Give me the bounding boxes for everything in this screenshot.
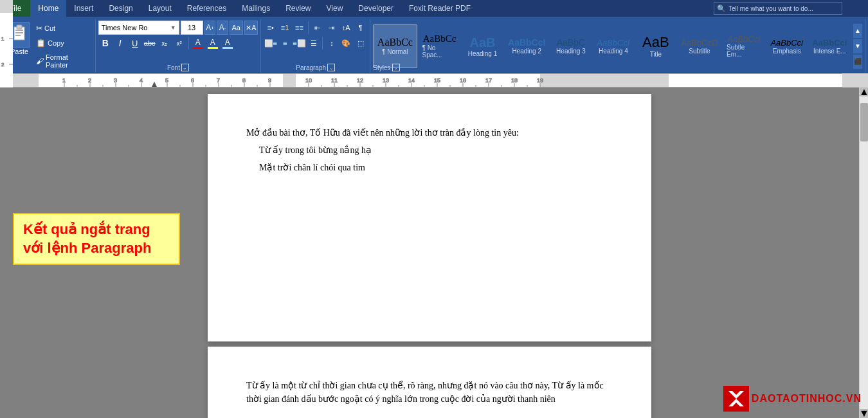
- styles-expand-btn[interactable]: ⬛: [853, 55, 862, 69]
- line-spacing-button[interactable]: ↕: [325, 36, 338, 50]
- format-painter-button[interactable]: 🖌 Format Painter: [35, 53, 91, 69]
- borders-button[interactable]: ⬚: [354, 36, 367, 50]
- svg-text:18: 18: [511, 77, 518, 84]
- font-name-row: Times New Ro ▼ 13 A+ A- Aa ✕A: [98, 21, 258, 35]
- ribbon-content: Paste ✂ Cut 📋 Copy 🖌 Format Painter Clip…: [0, 17, 868, 73]
- tab-references[interactable]: References: [179, 0, 234, 17]
- change-case-button[interactable]: Aa: [230, 21, 243, 35]
- font-name-dropdown-icon[interactable]: ▼: [170, 24, 176, 31]
- tab-mailings[interactable]: Mailings: [234, 0, 278, 17]
- style-heading3-preview: AaBbC: [557, 37, 585, 48]
- copy-button[interactable]: 📋 Copy: [35, 38, 91, 48]
- tab-foxit[interactable]: Foxit Reader PDF: [401, 0, 478, 17]
- bullets-button[interactable]: ≡•: [264, 21, 277, 35]
- styles-expand[interactable]: ⌄: [392, 64, 400, 71]
- justify-button[interactable]: ☰: [307, 36, 320, 50]
- scroll-up-button[interactable]: ▲: [860, 87, 868, 96]
- style-heading2-preview: AaBbCcI: [508, 37, 545, 48]
- style-emphasis[interactable]: AaBbCci Emphasis: [766, 24, 808, 68]
- svg-text:11: 11: [331, 77, 338, 84]
- underline-button[interactable]: U: [128, 36, 142, 50]
- font-size-decrease[interactable]: A-: [217, 21, 228, 35]
- logo-area: DAOTAOTINHOC.VN: [723, 386, 859, 412]
- style-title[interactable]: AaB Title: [635, 24, 676, 68]
- scrollbar-vertical[interactable]: ▲ ▼: [859, 87, 868, 418]
- copy-label: Copy: [48, 39, 64, 47]
- increase-indent-button[interactable]: ⇥: [325, 21, 338, 35]
- scroll-thumb[interactable]: [860, 103, 868, 141]
- shading-button[interactable]: A: [221, 36, 235, 50]
- text-color-button[interactable]: A: [191, 36, 205, 50]
- ruler-right: [842, 73, 868, 87]
- svg-text:10: 10: [305, 77, 312, 84]
- align-row: ⬜≡ ≡ ≡⬜ ☰ ↕ 🎨 ⬚: [264, 36, 367, 50]
- superscript-button[interactable]: x²: [172, 36, 186, 50]
- align-center-button[interactable]: ≡: [278, 36, 291, 50]
- tab-view[interactable]: View: [319, 0, 351, 17]
- italic-button[interactable]: I: [113, 36, 127, 50]
- strikethrough-button[interactable]: abc: [143, 36, 157, 50]
- cut-button[interactable]: ✂ Cut: [35, 23, 91, 33]
- style-heading3[interactable]: AaBbC Heading 3: [550, 24, 592, 68]
- svg-text:1: 1: [62, 77, 66, 84]
- svg-text:2: 2: [88, 77, 91, 84]
- svg-text:5: 5: [165, 77, 168, 84]
- font-name-selector[interactable]: Times New Ro ▼: [98, 21, 179, 35]
- paragraph-group: ≡• ≡1 ≡≡ ⇤ ⇥ ↕A ¶ ⬜≡ ≡ ≡⬜ ☰ ↕ 🎨 ⬚ Paragr…: [261, 19, 370, 73]
- style-heading4[interactable]: AaBbCcI Heading 4: [593, 24, 634, 68]
- style-heading1[interactable]: AaB Heading 1: [462, 24, 503, 68]
- logo-icon: [723, 386, 749, 412]
- svg-rect-4: [15, 35, 21, 36]
- numbering-button[interactable]: ≡1: [278, 21, 291, 35]
- cut-icon: ✂: [36, 24, 42, 33]
- font-expand[interactable]: ⌄: [181, 64, 189, 71]
- style-subtitle[interactable]: AaBbCcD Subtitle: [678, 24, 721, 68]
- bold-button[interactable]: B: [98, 36, 113, 50]
- style-intense-e-preview: AaBbCci: [812, 38, 847, 48]
- tab-review[interactable]: Review: [278, 0, 318, 17]
- style-no-spacing[interactable]: AaBbCc ¶ No Spac...: [419, 24, 461, 68]
- svg-text:6: 6: [191, 77, 194, 84]
- style-subtle-em[interactable]: AaBbCci Subtle Em...: [723, 24, 765, 68]
- decrease-indent-button[interactable]: ⇤: [311, 21, 324, 35]
- svg-text:13: 13: [383, 77, 389, 84]
- svg-text:4: 4: [140, 77, 143, 84]
- style-heading2-label: Heading 2: [512, 48, 541, 55]
- style-heading1-preview: AaB: [469, 35, 495, 50]
- style-title-preview: AaB: [642, 34, 669, 51]
- tab-home[interactable]: Home: [30, 0, 66, 17]
- style-subtitle-preview: AaBbCcD: [681, 38, 718, 48]
- font-size-increase[interactable]: A+: [204, 21, 215, 35]
- style-title-label: Title: [650, 51, 662, 58]
- copy-icon: 📋: [36, 39, 46, 48]
- font-size-selector[interactable]: 13: [181, 21, 203, 35]
- search-placeholder: Tell me what you want to do...: [728, 5, 813, 12]
- clear-formatting-button[interactable]: ✕A: [244, 21, 258, 35]
- paragraph-expand[interactable]: ⌄: [327, 64, 335, 71]
- shading-para-button[interactable]: 🎨: [339, 36, 353, 50]
- align-left-button[interactable]: ⬜≡: [264, 36, 277, 50]
- tab-design[interactable]: Design: [101, 0, 140, 17]
- show-marks-button[interactable]: ¶: [354, 21, 367, 35]
- styles-scroll-down[interactable]: ▼: [853, 39, 862, 53]
- align-right-button[interactable]: ≡⬜: [293, 36, 306, 50]
- tab-insert[interactable]: Insert: [66, 0, 101, 17]
- svg-text:2: 2: [1, 62, 5, 68]
- style-intense-e[interactable]: AaBbCci Intense E...: [809, 24, 851, 68]
- paragraph-group-label: Paragraph: [296, 64, 326, 71]
- styles-row: AaBbCc ¶ Normal AaBbCc ¶ No Spac... AaB …: [373, 21, 862, 71]
- ruler-main: 1 2 3 4 5 6 7 8 9 10 11: [13, 73, 842, 87]
- svg-text:17: 17: [485, 77, 492, 84]
- styles-scroll-up[interactable]: ▲: [853, 24, 862, 38]
- font-group-label: Font: [167, 64, 180, 71]
- style-no-spacing-preview: AaBbCc: [423, 33, 457, 44]
- style-heading2[interactable]: AaBbCcI Heading 2: [504, 24, 548, 68]
- tab-layout[interactable]: Layout: [141, 0, 179, 17]
- clipboard-group: Paste ✂ Cut 📋 Copy 🖌 Format Painter Clip…: [3, 19, 96, 73]
- multilevel-list-button[interactable]: ≡≡: [293, 21, 306, 35]
- subscript-button[interactable]: x₂: [158, 36, 172, 50]
- sort-button[interactable]: ↕A: [339, 21, 353, 35]
- style-normal[interactable]: AaBbCc ¶ Normal: [373, 24, 417, 68]
- tab-developer[interactable]: Developer: [350, 0, 401, 17]
- highlight-color-button[interactable]: A: [206, 36, 220, 50]
